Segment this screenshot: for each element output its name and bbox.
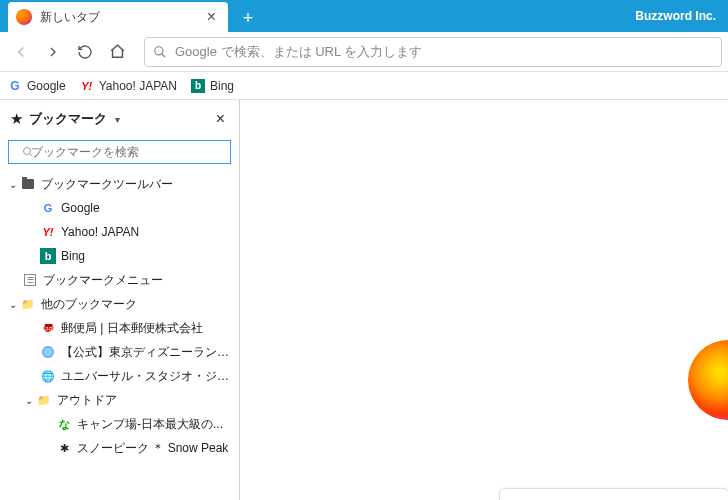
folder-outdoor[interactable]: ⌄ 📁 アウトドア xyxy=(0,388,239,412)
content-area: G xyxy=(240,100,728,500)
tree-label: ブックマークメニュー xyxy=(43,272,163,289)
bookmark-bing[interactable]: b Bing xyxy=(191,79,234,93)
tree-label: キャンプ場-日本最大級の... xyxy=(77,416,223,433)
sidebar-close-button[interactable]: × xyxy=(212,110,229,128)
folder-other-bookmarks[interactable]: ⌄ 📁 他のブックマーク xyxy=(0,292,239,316)
tree-label: Google xyxy=(61,201,100,215)
home-button[interactable] xyxy=(102,37,132,67)
bookmarks-toolbar: G Google Y! Yahoo! JAPAN b Bing xyxy=(0,72,728,100)
twisty-open-icon[interactable]: ⌄ xyxy=(6,299,20,310)
folder-bookmarks-toolbar[interactable]: ⌄ ブックマークツールバー xyxy=(0,172,239,196)
url-bar[interactable] xyxy=(144,37,722,67)
bookmark-label: Bing xyxy=(210,79,234,93)
tree-item-camp[interactable]: な キャンプ場-日本最大級の... xyxy=(0,412,239,436)
star-icon: ★ xyxy=(10,110,23,128)
new-tab-button[interactable]: + xyxy=(234,4,262,32)
reload-button[interactable] xyxy=(70,37,100,67)
web-search-box[interactable]: G xyxy=(499,488,728,500)
folder-bookmarks-menu[interactable]: ☰ ブックマークメニュー xyxy=(0,268,239,292)
yahoo-icon: Y! xyxy=(40,224,56,240)
search-icon xyxy=(153,45,167,59)
tree-label: ユニバーサル・スタジオ・ジャパン... xyxy=(61,368,233,385)
browser-tab[interactable]: 新しいタブ × xyxy=(8,2,228,32)
jppost-icon: 〠 xyxy=(40,320,56,336)
chevron-down-icon[interactable]: ▾ xyxy=(115,114,120,125)
twisty-open-icon[interactable]: ⌄ xyxy=(6,179,20,190)
bookmarks-tree: ⌄ ブックマークツールバー G Google Y! Yahoo! JAPAN b… xyxy=(0,172,239,500)
tree-item-disney[interactable]: 【公式】東京ディズニーランド | ... xyxy=(0,340,239,364)
menu-folder-icon: ☰ xyxy=(22,272,38,288)
disney-icon xyxy=(40,344,56,360)
google-icon: G xyxy=(40,200,56,216)
sidebar-header: ★ ブックマーク ▾ × xyxy=(0,100,239,138)
tree-label: Yahoo! JAPAN xyxy=(61,225,139,239)
firefox-icon xyxy=(16,9,32,25)
tree-label: ブックマークツールバー xyxy=(41,176,173,193)
tree-label: アウトドア xyxy=(57,392,117,409)
twisty-open-icon[interactable]: ⌄ xyxy=(22,395,36,406)
camp-icon: な xyxy=(56,416,72,432)
tree-label: 郵便局 | 日本郵便株式会社 xyxy=(61,320,203,337)
tab-title: 新しいタブ xyxy=(40,9,203,26)
bing-icon: b xyxy=(191,79,205,93)
url-input[interactable] xyxy=(175,44,713,59)
folder-icon: 📁 xyxy=(36,392,52,408)
sidebar-title: ブックマーク xyxy=(29,110,107,128)
tree-item-google[interactable]: G Google xyxy=(0,196,239,220)
snowpeak-icon: ✱ xyxy=(56,440,72,456)
firefox-logo xyxy=(688,340,728,420)
sidebar-search xyxy=(8,140,231,164)
tree-label: スノーピーク ＊ Snow Peak xyxy=(77,440,228,457)
navigation-toolbar xyxy=(0,32,728,72)
folder-icon: 📁 xyxy=(20,296,36,312)
bing-icon: b xyxy=(40,248,56,264)
tree-item-usj[interactable]: 🌐 ユニバーサル・スタジオ・ジャパン... xyxy=(0,364,239,388)
bookmark-google[interactable]: G Google xyxy=(8,79,66,93)
titlebar: 新しいタブ × + Buzzword Inc. xyxy=(0,0,728,32)
yahoo-icon: Y! xyxy=(80,79,94,93)
google-icon: G xyxy=(8,79,22,93)
bookmark-yahoo[interactable]: Y! Yahoo! JAPAN xyxy=(80,79,177,93)
sidebar-search-input[interactable] xyxy=(8,140,231,164)
tree-item-bing[interactable]: b Bing xyxy=(0,244,239,268)
tab-close-button[interactable]: × xyxy=(203,8,220,26)
folder-icon xyxy=(20,176,36,192)
bookmark-label: Yahoo! JAPAN xyxy=(99,79,177,93)
tree-label: Bing xyxy=(61,249,85,263)
bookmarks-sidebar: ★ ブックマーク ▾ × ⌄ ブックマークツールバー G Google Y! xyxy=(0,100,240,500)
forward-button[interactable] xyxy=(38,37,68,67)
tree-item-yahoo[interactable]: Y! Yahoo! JAPAN xyxy=(0,220,239,244)
back-button xyxy=(6,37,36,67)
globe-icon: 🌐 xyxy=(40,368,56,384)
tree-label: 【公式】東京ディズニーランド | ... xyxy=(61,344,233,361)
svg-point-0 xyxy=(155,46,163,54)
tree-item-snowpeak[interactable]: ✱ スノーピーク ＊ Snow Peak xyxy=(0,436,239,460)
bookmark-label: Google xyxy=(27,79,66,93)
window-title: Buzzword Inc. xyxy=(635,9,728,23)
main-area: ★ ブックマーク ▾ × ⌄ ブックマークツールバー G Google Y! xyxy=(0,100,728,500)
tree-item-jppost[interactable]: 〠 郵便局 | 日本郵便株式会社 xyxy=(0,316,239,340)
tree-label: 他のブックマーク xyxy=(41,296,137,313)
